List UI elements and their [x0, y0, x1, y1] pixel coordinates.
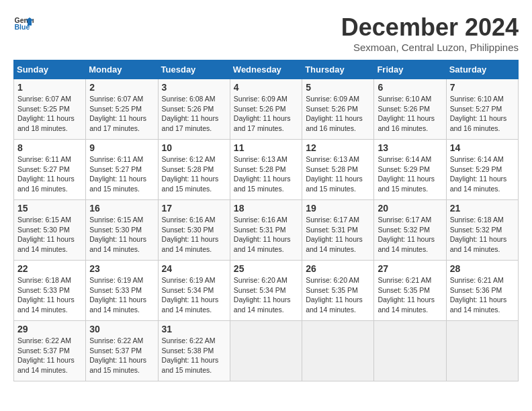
day-info: Sunrise: 6:14 AMSunset: 5:29 PMDaylight:…	[378, 154, 442, 194]
day-number: 21	[450, 203, 515, 214]
calendar-cell	[230, 321, 302, 381]
day-number: 14	[450, 142, 515, 153]
day-number: 30	[89, 324, 154, 334]
calendar-cell: 25Sunrise: 6:20 AMSunset: 5:34 PMDayligh…	[230, 261, 302, 321]
day-info: Sunrise: 6:13 AMSunset: 5:28 PMDaylight:…	[306, 154, 370, 194]
day-number: 10	[162, 142, 226, 153]
calendar-cell: 29Sunrise: 6:22 AMSunset: 5:37 PMDayligh…	[14, 321, 86, 381]
day-header-wednesday: Wednesday	[230, 60, 302, 79]
day-info: Sunrise: 6:15 AMSunset: 5:30 PMDaylight:…	[89, 215, 154, 255]
day-info: Sunrise: 6:07 AMSunset: 5:25 PMDaylight:…	[17, 94, 82, 134]
calendar-cell: 22Sunrise: 6:18 AMSunset: 5:33 PMDayligh…	[14, 261, 86, 321]
day-info: Sunrise: 6:11 AMSunset: 5:27 PMDaylight:…	[17, 154, 82, 194]
calendar-cell	[374, 321, 446, 381]
day-header-saturday: Saturday	[446, 60, 518, 79]
day-info: Sunrise: 6:19 AMSunset: 5:34 PMDaylight:…	[162, 275, 226, 315]
calendar-cell: 2Sunrise: 6:07 AMSunset: 5:25 PMDaylight…	[86, 79, 158, 140]
calendar-header-row: SundayMondayTuesdayWednesdayThursdayFrid…	[14, 60, 519, 79]
day-number: 22	[17, 263, 82, 274]
day-number: 27	[378, 263, 442, 274]
calendar-cell	[302, 321, 374, 381]
day-number: 19	[306, 203, 370, 214]
calendar-cell: 27Sunrise: 6:21 AMSunset: 5:35 PMDayligh…	[374, 261, 446, 321]
title-area: December 2024 Sexmoan, Central Luzon, Ph…	[341, 13, 519, 53]
day-number: 17	[162, 203, 226, 214]
day-number: 31	[162, 324, 226, 334]
day-info: Sunrise: 6:13 AMSunset: 5:28 PMDaylight:…	[234, 154, 298, 194]
calendar-cell: 15Sunrise: 6:15 AMSunset: 5:30 PMDayligh…	[14, 200, 86, 261]
calendar-table: SundayMondayTuesdayWednesdayThursdayFrid…	[13, 60, 519, 381]
calendar-cell: 3Sunrise: 6:08 AMSunset: 5:26 PMDaylight…	[158, 79, 230, 140]
calendar-cell: 21Sunrise: 6:18 AMSunset: 5:32 PMDayligh…	[446, 200, 518, 261]
day-number: 1	[17, 82, 82, 93]
day-number: 5	[306, 82, 370, 93]
day-info: Sunrise: 6:22 AMSunset: 5:37 PMDaylight:…	[17, 336, 82, 375]
location-title: Sexmoan, Central Luzon, Philippines	[341, 42, 519, 53]
calendar-week-5: 29Sunrise: 6:22 AMSunset: 5:37 PMDayligh…	[14, 321, 519, 381]
day-info: Sunrise: 6:18 AMSunset: 5:32 PMDaylight:…	[450, 215, 515, 255]
day-number: 12	[306, 142, 370, 153]
day-info: Sunrise: 6:17 AMSunset: 5:32 PMDaylight:…	[378, 215, 442, 255]
calendar-cell: 10Sunrise: 6:12 AMSunset: 5:28 PMDayligh…	[158, 140, 230, 200]
calendar-cell: 5Sunrise: 6:09 AMSunset: 5:26 PMDaylight…	[302, 79, 374, 140]
day-info: Sunrise: 6:11 AMSunset: 5:27 PMDaylight:…	[89, 154, 154, 194]
day-info: Sunrise: 6:19 AMSunset: 5:33 PMDaylight:…	[89, 275, 154, 315]
day-info: Sunrise: 6:09 AMSunset: 5:26 PMDaylight:…	[306, 94, 370, 134]
calendar-cell: 13Sunrise: 6:14 AMSunset: 5:29 PMDayligh…	[374, 140, 446, 200]
calendar-week-1: 1Sunrise: 6:07 AMSunset: 5:25 PMDaylight…	[14, 79, 519, 140]
calendar-cell: 11Sunrise: 6:13 AMSunset: 5:28 PMDayligh…	[230, 140, 302, 200]
day-info: Sunrise: 6:09 AMSunset: 5:26 PMDaylight:…	[234, 94, 298, 134]
calendar-cell: 9Sunrise: 6:11 AMSunset: 5:27 PMDaylight…	[86, 140, 158, 200]
day-info: Sunrise: 6:14 AMSunset: 5:29 PMDaylight:…	[450, 154, 515, 194]
calendar-cell	[446, 321, 518, 381]
day-number: 29	[17, 324, 82, 334]
day-info: Sunrise: 6:16 AMSunset: 5:30 PMDaylight:…	[162, 215, 226, 255]
calendar-cell: 26Sunrise: 6:20 AMSunset: 5:35 PMDayligh…	[302, 261, 374, 321]
calendar-cell: 6Sunrise: 6:10 AMSunset: 5:26 PMDaylight…	[374, 79, 446, 140]
calendar-body: 1Sunrise: 6:07 AMSunset: 5:25 PMDaylight…	[14, 79, 519, 381]
calendar-cell: 16Sunrise: 6:15 AMSunset: 5:30 PMDayligh…	[86, 200, 158, 261]
svg-text:Blue: Blue	[15, 23, 30, 31]
day-info: Sunrise: 6:08 AMSunset: 5:26 PMDaylight:…	[162, 94, 226, 134]
day-header-friday: Friday	[374, 60, 446, 79]
day-header-monday: Monday	[86, 60, 158, 79]
calendar-cell: 4Sunrise: 6:09 AMSunset: 5:26 PMDaylight…	[230, 79, 302, 140]
day-number: 28	[450, 263, 515, 274]
page-header: General Blue December 2024 Sexmoan, Cent…	[13, 13, 519, 53]
day-number: 13	[378, 142, 442, 153]
day-header-thursday: Thursday	[302, 60, 374, 79]
day-number: 18	[234, 203, 298, 214]
calendar-week-4: 22Sunrise: 6:18 AMSunset: 5:33 PMDayligh…	[14, 261, 519, 321]
day-info: Sunrise: 6:15 AMSunset: 5:30 PMDaylight:…	[17, 215, 82, 255]
calendar-cell: 14Sunrise: 6:14 AMSunset: 5:29 PMDayligh…	[446, 140, 518, 200]
calendar-cell: 17Sunrise: 6:16 AMSunset: 5:30 PMDayligh…	[158, 200, 230, 261]
day-info: Sunrise: 6:22 AMSunset: 5:38 PMDaylight:…	[162, 336, 226, 375]
calendar-cell: 7Sunrise: 6:10 AMSunset: 5:27 PMDaylight…	[446, 79, 518, 140]
day-info: Sunrise: 6:07 AMSunset: 5:25 PMDaylight:…	[89, 94, 154, 134]
day-number: 2	[89, 82, 154, 93]
day-info: Sunrise: 6:17 AMSunset: 5:31 PMDaylight:…	[306, 215, 370, 255]
calendar-cell: 30Sunrise: 6:22 AMSunset: 5:37 PMDayligh…	[86, 321, 158, 381]
calendar-cell: 12Sunrise: 6:13 AMSunset: 5:28 PMDayligh…	[302, 140, 374, 200]
logo-icon: General Blue	[13, 13, 34, 34]
day-number: 15	[17, 203, 82, 214]
day-info: Sunrise: 6:10 AMSunset: 5:27 PMDaylight:…	[450, 94, 515, 134]
day-number: 24	[162, 263, 226, 274]
day-header-tuesday: Tuesday	[158, 60, 230, 79]
day-number: 23	[89, 263, 154, 274]
day-info: Sunrise: 6:18 AMSunset: 5:33 PMDaylight:…	[17, 275, 82, 315]
logo: General Blue	[13, 13, 34, 34]
day-number: 8	[17, 142, 82, 153]
day-number: 6	[378, 82, 442, 93]
day-info: Sunrise: 6:10 AMSunset: 5:26 PMDaylight:…	[378, 94, 442, 134]
calendar-cell: 19Sunrise: 6:17 AMSunset: 5:31 PMDayligh…	[302, 200, 374, 261]
calendar-cell: 28Sunrise: 6:21 AMSunset: 5:36 PMDayligh…	[446, 261, 518, 321]
day-number: 7	[450, 82, 515, 93]
calendar-cell: 23Sunrise: 6:19 AMSunset: 5:33 PMDayligh…	[86, 261, 158, 321]
calendar-cell: 8Sunrise: 6:11 AMSunset: 5:27 PMDaylight…	[14, 140, 86, 200]
calendar-cell: 18Sunrise: 6:16 AMSunset: 5:31 PMDayligh…	[230, 200, 302, 261]
calendar-cell: 31Sunrise: 6:22 AMSunset: 5:38 PMDayligh…	[158, 321, 230, 381]
day-info: Sunrise: 6:20 AMSunset: 5:35 PMDaylight:…	[306, 275, 370, 315]
day-info: Sunrise: 6:22 AMSunset: 5:37 PMDaylight:…	[89, 336, 154, 375]
day-number: 9	[89, 142, 154, 153]
